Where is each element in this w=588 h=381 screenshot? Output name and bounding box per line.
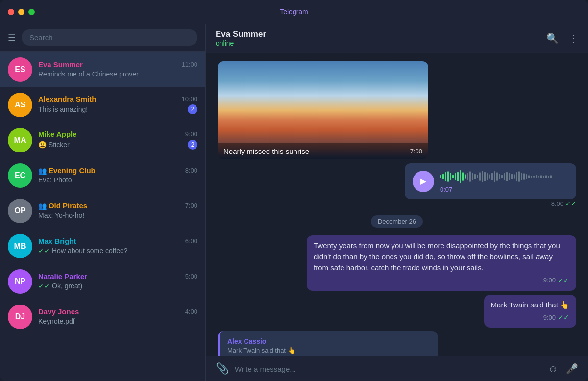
text-bubble: Mark Twain said that 👆9:00 ✓✓ (484, 295, 576, 328)
chat-item-max-bright[interactable]: MBMax Bright6:00✓✓ How about some coffee… (0, 229, 205, 264)
chat-info: Mike Apple9:00😀 Sticker2 (38, 130, 197, 151)
chat-preview: ✓✓ How about some coffee? (38, 247, 128, 254)
chat-info: 👥 Evening Club8:00Eva: Photo (38, 166, 197, 185)
search-input[interactable] (22, 29, 197, 46)
unread-badge: 2 (188, 140, 197, 150)
search-icon[interactable]: 🔍 (546, 32, 559, 44)
chat-preview: Max: Yo-ho-ho! (38, 211, 84, 219)
contact-name: Eva Summer (216, 29, 266, 39)
titlebar: Telegram (0, 0, 588, 24)
chat-time: 6:00 (185, 237, 197, 245)
play-button[interactable]: ▶ (413, 171, 434, 192)
message-meta: 8:00 ✓✓ (405, 200, 576, 207)
sidebar-header: ☰ (0, 24, 205, 52)
waveform: 0:07 (440, 169, 568, 193)
chat-item-old-pirates[interactable]: OP👥 Old Pirates7:00Max: Yo-ho-ho! (0, 193, 205, 229)
app-container: ☰ ESEva Summer11:00Reminds me of a Chine… (0, 24, 588, 381)
group-icon: 👥 (38, 202, 49, 210)
text-message: Mark Twain said that 👆9:00 ✓✓ (484, 295, 576, 328)
app-title: Telegram (280, 8, 308, 16)
voice-duration: 0:07 (440, 186, 452, 193)
text-bubble: Twenty years from now you will be more d… (307, 235, 576, 291)
chat-info: Alexandra Smith10:00This is amazing!2 (38, 95, 197, 116)
message-text: Mark Twain said that 👆 (491, 300, 569, 311)
chat-item-evening-club[interactable]: EC👥 Evening Club8:00Eva: Photo (0, 158, 205, 193)
chat-name: Max Bright (38, 237, 76, 245)
image-caption-text: Nearly missed this sunrise (223, 147, 309, 155)
chat-info: Max Bright6:00✓✓ How about some coffee? (38, 237, 197, 256)
check-double-icon: ✓✓ (558, 312, 569, 323)
image-bubble[interactable]: Nearly missed this sunrise7:00 (218, 61, 428, 159)
message-input[interactable] (235, 365, 542, 373)
chat-preview: 😀 Sticker (38, 141, 70, 149)
quote-bubble: Alex CassioMark Twain said that 👆Reminds… (218, 331, 438, 356)
more-icon[interactable]: ⋮ (568, 32, 578, 44)
chat-item-eva-summer[interactable]: ESEva Summer11:00Reminds me of a Chinese… (0, 52, 205, 87)
chat-preview: ✓✓ Ok, great) (38, 282, 82, 290)
chat-name: 👥 Evening Club (38, 166, 96, 175)
check-icon: ✓✓ (565, 200, 576, 207)
traffic-lights (8, 9, 35, 15)
chat-header-actions: 🔍 ⋮ (546, 32, 578, 44)
microphone-icon[interactable]: 🎤 (566, 363, 578, 375)
chat-header-info: Eva Summer online (216, 29, 266, 47)
chat-time: 5:00 (185, 273, 197, 280)
bubble-footer: 9:00 ✓✓ (491, 312, 569, 323)
chat-info: Natalie Parker5:00✓✓ Ok, great) (38, 272, 197, 291)
chat-time: 10:00 (181, 95, 197, 102)
avatar: MA (8, 128, 32, 152)
menu-icon[interactable]: ☰ (8, 32, 16, 43)
chat-time: 4:00 (185, 308, 197, 315)
chat-preview: Eva: Photo (38, 176, 72, 184)
voice-message: ▶0:078:00 ✓✓ (405, 163, 576, 207)
input-area: 📎 ☺ 🎤 (206, 356, 588, 381)
messages-container: Nearly missed this sunrise7:00▶0:078:00 … (206, 53, 588, 356)
chat-name: Alexandra Smith (38, 95, 96, 103)
chat-item-mike-apple[interactable]: MAMike Apple9:00😀 Sticker2 (0, 123, 205, 158)
avatar: EC (8, 163, 32, 188)
chat-time: 11:00 (181, 61, 197, 68)
emoji-icon[interactable]: ☺ (548, 363, 558, 375)
image-message: Nearly missed this sunrise7:00 (218, 61, 428, 159)
close-button[interactable] (8, 9, 14, 15)
input-actions: ☺ 🎤 (548, 363, 578, 375)
chat-time: 8:00 (185, 167, 197, 174)
text-message: Twenty years from now you will be more d… (307, 235, 576, 291)
chat-item-natalie-parker[interactable]: NPNatalie Parker5:00✓✓ Ok, great) (0, 264, 205, 299)
quote-text: Mark Twain said that 👆 (227, 347, 430, 354)
chat-list: ESEva Summer11:00Reminds me of a Chinese… (0, 52, 205, 381)
voice-bubble: ▶0:07 (405, 163, 576, 199)
chat-item-davy-jones[interactable]: DJDavy Jones4:00Keynote.pdf (0, 299, 205, 334)
chat-info: Eva Summer11:00Reminds me of a Chinese p… (38, 60, 197, 79)
chat-item-alexandra-smith[interactable]: ASAlexandra Smith10:00This is amazing!2 (0, 87, 205, 123)
avatar: ES (8, 57, 32, 82)
chat-info: Davy Jones4:00Keynote.pdf (38, 307, 197, 327)
sidebar: ☰ ESEva Summer11:00Reminds me of a Chine… (0, 24, 206, 381)
chat-name: 👥 Old Pirates (38, 202, 87, 210)
date-divider: December 26 (371, 215, 423, 228)
avatar: MB (8, 234, 32, 258)
chat-name: Mike Apple (38, 130, 77, 138)
chat-time: 9:00 (185, 130, 197, 138)
unread-badge: 2 (188, 104, 197, 114)
avatar: NP (8, 269, 32, 294)
chat-name: Davy Jones (38, 307, 79, 316)
quote-author: Alex Cassio (227, 337, 430, 345)
group-icon: 👥 (38, 167, 49, 175)
chat-area: Eva Summer online 🔍 ⋮ Nearly missed this… (206, 24, 588, 381)
chat-preview: Reminds me of a Chinese prover... (38, 70, 144, 78)
chat-header: Eva Summer online 🔍 ⋮ (206, 24, 588, 53)
chat-name: Eva Summer (38, 60, 83, 69)
chat-preview: Keynote.pdf (38, 317, 75, 325)
contact-status: online (216, 39, 266, 47)
quote-message: Alex CassioMark Twain said that 👆Reminds… (218, 331, 438, 356)
attach-icon[interactable]: 📎 (216, 362, 229, 375)
avatar: DJ (8, 305, 32, 329)
message-time: 9:00 (543, 276, 556, 285)
message-text: Twenty years from now you will be more d… (314, 240, 569, 274)
chat-preview: This is amazing! (38, 105, 88, 113)
maximize-button[interactable] (28, 9, 35, 15)
avatar: AS (8, 93, 32, 117)
minimize-button[interactable] (18, 9, 24, 15)
message-time: 9:00 (543, 313, 556, 323)
